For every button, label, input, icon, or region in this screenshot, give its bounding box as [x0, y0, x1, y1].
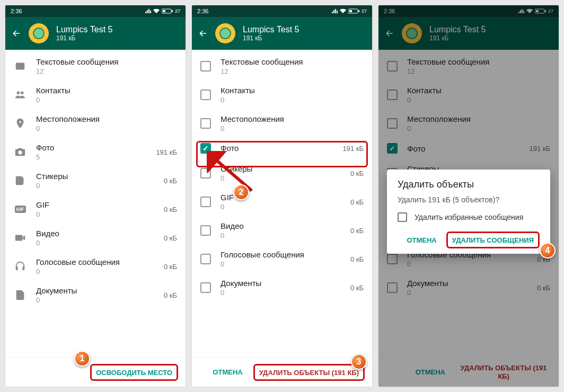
svg-point-5	[21, 92, 23, 95]
status-icons: 27	[145, 8, 180, 14]
row-stickers[interactable]: Стикеры0 0 кБ	[192, 159, 372, 188]
delete-dialog: Удалить объекты Удалить 191 кБ (5 объект…	[387, 170, 550, 254]
row-stickers[interactable]: Стикеры0 0 кБ	[5, 166, 186, 195]
row-locations[interactable]: Местоположения0	[192, 109, 372, 138]
callout-4: 4	[540, 243, 556, 259]
bottom-bar: ОСВОБОДИТЬ МЕСТО	[5, 357, 186, 387]
camera-icon	[14, 146, 27, 158]
row-gif[interactable]: GIF GIF0 0 кБ	[5, 195, 186, 224]
row-voice[interactable]: Голосовые сообщения0 0 кБ	[5, 252, 186, 281]
status-bar: 2:36 27	[5, 5, 186, 17]
dialog-checkbox-label: Удалить избранные сообщения	[415, 213, 523, 221]
gif-icon: GIF	[14, 203, 27, 216]
row-photos[interactable]: Фото5 191 кБ	[5, 138, 186, 166]
row-text-messages[interactable]: Текстовые сообщения12	[192, 52, 372, 81]
callout-1: 1	[74, 351, 90, 367]
checkbox[interactable]	[200, 197, 211, 207]
app-bar: Lumpics Test 5 191 кБ	[5, 17, 186, 50]
svg-rect-3	[16, 63, 25, 70]
app-bar: Lumpics Test 5 191 кБ	[192, 17, 372, 50]
checkbox[interactable]	[200, 282, 211, 293]
dialog-delete-button[interactable]: УДАЛИТЬ СООБЩЕНИЯ	[452, 236, 534, 244]
row-voice[interactable]: Голосовые сообщения0 0 кБ	[192, 245, 372, 273]
checkbox[interactable]	[200, 118, 211, 129]
dialog-cancel-button[interactable]: ОТМЕНА	[407, 236, 436, 244]
highlight-free-space: ОСВОБОДИТЬ МЕСТО	[90, 364, 178, 381]
callout-2: 2	[233, 184, 249, 200]
chat-size: 191 кБ	[56, 34, 112, 42]
delete-objects-button[interactable]: УДАЛИТЬ ОБЪЕКТЫ (191 КБ)	[259, 369, 359, 377]
document-icon	[14, 289, 27, 301]
checkbox[interactable]	[200, 254, 211, 264]
checkbox[interactable]	[200, 168, 211, 179]
headphones-icon	[14, 260, 27, 273]
status-time: 2:36	[11, 8, 22, 14]
contacts-icon	[14, 88, 27, 101]
screen-1-storage-overview: 2:36 27 Lumpics Test 5 191 кБ Текстовые …	[5, 5, 186, 387]
row-contacts[interactable]: Контакты0	[192, 81, 372, 109]
sticker-icon	[14, 174, 27, 187]
row-text-messages[interactable]: Текстовые сообщения12	[5, 52, 186, 81]
screen-3-delete-dialog: 2:36 27 Lumpics Test 5 191 кБ Текстовые …	[378, 5, 559, 387]
screen-2-select-items: 2:36 27 Lumpics Test 5 191 кБ Текстовые …	[192, 5, 372, 387]
avatar[interactable]	[215, 23, 235, 43]
storage-list-select: Текстовые сообщения12 Контакты0 Местопол…	[192, 50, 372, 302]
svg-rect-2	[172, 10, 173, 12]
storage-list: Текстовые сообщения12 Контакты0 Местопол…	[5, 50, 186, 309]
cancel-button[interactable]: ОТМЕНА	[213, 368, 242, 376]
highlight-delete-messages: УДАЛИТЬ СООБЩЕНИЯ	[446, 231, 540, 248]
checkbox[interactable]	[200, 225, 211, 236]
svg-rect-8	[358, 10, 359, 12]
row-size: 191 кБ	[156, 148, 177, 156]
row-documents[interactable]: Документы0 0 кБ	[192, 273, 372, 302]
svg-rect-7	[349, 10, 352, 12]
dialog-checkbox[interactable]	[398, 212, 407, 222]
back-icon[interactable]	[12, 29, 21, 38]
dialog-title: Удалить объекты	[398, 179, 540, 190]
location-icon	[14, 117, 27, 130]
row-contacts[interactable]: Контакты0	[5, 81, 186, 109]
checkbox[interactable]	[200, 61, 211, 72]
row-video[interactable]: Видео0 0 кБ	[5, 224, 186, 252]
back-icon[interactable]	[198, 29, 208, 38]
svg-point-4	[17, 92, 20, 95]
dialog-message: Удалить 191 кБ (5 объектов)?	[398, 195, 540, 204]
checkbox[interactable]	[200, 90, 211, 100]
callout-3: 3	[351, 354, 367, 370]
video-icon	[14, 231, 27, 244]
row-photos[interactable]: Фото 191 кБ	[192, 138, 372, 159]
dialog-checkbox-row[interactable]: Удалить избранные сообщения	[398, 212, 540, 222]
chat-title: Lumpics Test 5	[56, 25, 112, 34]
row-gif[interactable]: GIF0 0 кБ	[192, 188, 372, 216]
text-icon	[14, 60, 27, 73]
row-documents[interactable]: Документы0 0 кБ	[5, 281, 186, 309]
row-locations[interactable]: Местоположения0	[5, 109, 186, 138]
row-video[interactable]: Видео0 0 кБ	[192, 216, 372, 245]
status-bar: 2:36 27	[192, 5, 372, 17]
avatar[interactable]	[29, 23, 49, 43]
free-space-button[interactable]: ОСВОБОДИТЬ МЕСТО	[96, 369, 172, 377]
highlight-delete-objects: УДАЛИТЬ ОБЪЕКТЫ (191 КБ)	[253, 364, 365, 381]
checkbox-checked[interactable]	[200, 143, 211, 154]
bottom-bar: ОТМЕНА УДАЛИТЬ ОБЪЕКТЫ (191 КБ)	[192, 357, 372, 387]
svg-rect-1	[163, 10, 165, 12]
